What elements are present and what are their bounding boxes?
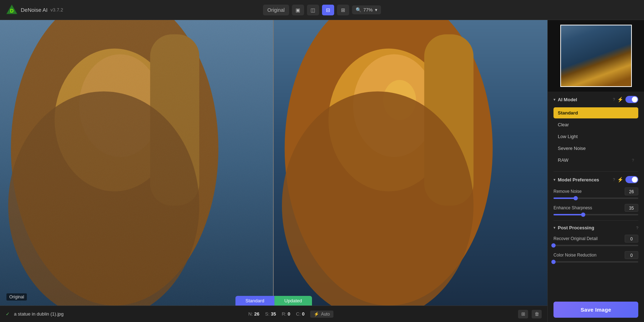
post-processing-title: Post Processing xyxy=(558,225,634,230)
logo-icon: D xyxy=(6,4,18,16)
model-prefs-lightning: ⚡ xyxy=(617,177,623,182)
processed-statue-svg xyxy=(274,20,547,306)
bottom-bar: ✓ a statue in dublin (1).jpg N: 26 S: 35… xyxy=(0,306,547,322)
thumbnail-image xyxy=(561,25,631,86)
model-prefs-toggle[interactable] xyxy=(625,176,638,183)
app-title: DeNoise AI xyxy=(21,7,48,13)
noise-stat: N: 26 xyxy=(248,311,259,317)
recover-detail-value[interactable]: 0 xyxy=(625,235,638,243)
ai-model-toggle[interactable] xyxy=(625,96,638,103)
recover-detail-label: Recover Original Detail xyxy=(553,236,597,241)
file-check-icon: ✓ xyxy=(6,311,10,317)
post-processing-help[interactable]: ? xyxy=(636,226,638,230)
recover-detail-label-row: Recover Original Detail 0 xyxy=(553,235,638,243)
save-image-button[interactable]: Save Image xyxy=(553,302,638,318)
svg-rect-9 xyxy=(0,20,273,306)
logo-area: D DeNoise AI v3.7.2 xyxy=(6,4,216,16)
color-noise-label-row: Color Noise Reduction 0 xyxy=(553,251,638,259)
view-single-btn[interactable]: ▣ xyxy=(292,5,304,15)
model-prefs-header: ▾ Model Preferences ? ⚡ xyxy=(553,176,638,183)
main-area: Original xyxy=(0,20,644,322)
original-statue-svg xyxy=(0,20,273,306)
post-processing-header: ▾ Post Processing ? xyxy=(553,225,638,230)
bottom-right-icons: ⊞ 🗑 xyxy=(518,310,542,318)
view-split-h-btn[interactable]: ⊟ xyxy=(322,5,334,15)
remove-noise-thumb[interactable] xyxy=(574,196,578,200)
bottom-icon-delete[interactable]: 🗑 xyxy=(532,310,542,318)
enhance-sharpness-slider-group: Enhance Sharpness 35 xyxy=(553,204,638,215)
model-item-lowlight[interactable]: Low Light xyxy=(553,131,638,142)
remove-noise-label-row: Remove Noise 26 xyxy=(553,187,638,195)
model-item-standard[interactable]: Standard xyxy=(553,107,638,118)
enhance-sharpness-thumb[interactable] xyxy=(581,213,585,217)
topbar-center: Original ▣ ◫ ⊟ ⊞ 🔍 77% ▾ xyxy=(216,5,427,15)
sharpness-stat: S: 35 xyxy=(265,311,276,317)
remove-noise-label: Remove Noise xyxy=(553,189,582,194)
model-prefs-chevron: ▾ xyxy=(553,177,556,182)
enhance-sharpness-fill xyxy=(553,214,583,215)
remove-noise-track[interactable] xyxy=(553,197,638,199)
topbar: D DeNoise AI v3.7.2 Original ▣ ◫ ⊟ ⊞ 🔍 7… xyxy=(0,0,644,20)
model-item-severe[interactable]: Severe Noise xyxy=(553,143,638,154)
recover-detail-thumb[interactable] xyxy=(551,243,556,248)
processed-canvas xyxy=(274,20,547,306)
recover-stat: R: 0 xyxy=(282,311,290,317)
badge-standard: Standard xyxy=(235,296,274,306)
image-area: Original xyxy=(0,20,547,322)
bottom-icon-1[interactable]: ⊞ xyxy=(518,310,528,318)
original-label: Original xyxy=(6,293,27,301)
ai-model-title: AI Model xyxy=(558,97,611,102)
chevron-down-icon: ▾ xyxy=(375,7,377,13)
status-badges: Standard Updated xyxy=(235,296,312,306)
zoom-icon: 🔍 xyxy=(356,7,361,13)
post-processing-chevron: ▾ xyxy=(553,225,556,230)
auto-label: Auto xyxy=(321,312,330,317)
color-noise-thumb[interactable] xyxy=(551,260,556,264)
model-prefs-help[interactable]: ? xyxy=(613,177,615,182)
zoom-control[interactable]: 🔍 77% ▾ xyxy=(352,5,381,14)
recover-detail-slider-group: Recover Original Detail 0 xyxy=(553,235,638,246)
view-original-btn[interactable]: Original xyxy=(263,5,289,15)
file-name: a statue in dublin (1).jpg xyxy=(14,311,64,317)
model-raw-label: RAW xyxy=(558,157,569,163)
ai-model-lightning: ⚡ xyxy=(617,97,623,102)
thumbnail-area xyxy=(548,20,644,92)
color-noise-label: Color Noise Reduction xyxy=(553,253,596,258)
divider-2 xyxy=(553,220,638,221)
enhance-sharpness-track[interactable] xyxy=(553,214,638,215)
bottom-stats: N: 26 S: 35 R: 0 C: 0 ⚡ Auto xyxy=(68,311,514,318)
ai-model-help[interactable]: ? xyxy=(613,97,615,102)
ai-model-chevron: ▾ xyxy=(553,97,556,102)
remove-noise-fill xyxy=(553,197,576,199)
model-item-raw[interactable]: RAW ? xyxy=(553,155,638,166)
remove-noise-slider-group: Remove Noise 26 xyxy=(553,187,638,199)
color-noise-slider-group: Color Noise Reduction 0 xyxy=(553,251,638,263)
view-split-v-btn[interactable]: ◫ xyxy=(307,5,319,15)
svg-text:D: D xyxy=(10,8,14,14)
right-panel: ▾ AI Model ? ⚡ Standard Clear Low Light … xyxy=(547,20,644,322)
app-version: v3.7.2 xyxy=(50,7,63,13)
zoom-value: 77% xyxy=(364,7,373,13)
model-raw-help: ? xyxy=(632,158,634,162)
lightning-icon: ⚡ xyxy=(314,312,319,317)
model-item-clear[interactable]: Clear xyxy=(553,119,638,130)
ai-model-section-header: ▾ AI Model ? ⚡ xyxy=(553,96,638,103)
view-grid-btn[interactable]: ⊞ xyxy=(337,5,349,15)
panel-content: ▾ AI Model ? ⚡ Standard Clear Low Light … xyxy=(548,92,644,297)
enhance-sharpness-label: Enhance Sharpness xyxy=(553,205,592,210)
auto-badge[interactable]: ⚡ Auto xyxy=(310,311,333,318)
recover-detail-track[interactable] xyxy=(553,245,638,246)
color-noise-value[interactable]: 0 xyxy=(625,251,638,259)
original-canvas xyxy=(0,20,273,306)
enhance-sharpness-value[interactable]: 35 xyxy=(625,204,638,212)
enhance-sharpness-label-row: Enhance Sharpness 35 xyxy=(553,204,638,212)
processed-image-panel xyxy=(274,20,547,306)
badge-updated: Updated xyxy=(274,296,312,306)
thumbnail-frame xyxy=(560,25,632,87)
color-noise-track[interactable] xyxy=(553,261,638,263)
remove-noise-value[interactable]: 26 xyxy=(625,187,638,195)
divider-1 xyxy=(553,171,638,172)
model-list: Standard Clear Low Light Severe Noise RA… xyxy=(553,107,638,166)
color-stat: C: 0 xyxy=(296,311,304,317)
model-prefs-title: Model Preferences xyxy=(558,177,611,182)
